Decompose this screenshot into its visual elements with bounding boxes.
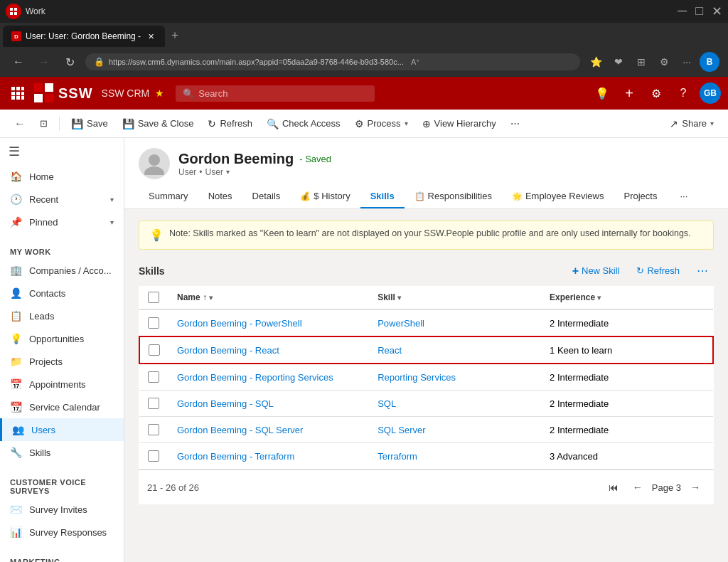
share-button[interactable]: ↗ Share ▾ xyxy=(664,115,719,133)
browser-more-icon[interactable]: ··· xyxy=(677,52,697,72)
sidebar-item-users[interactable]: 👥 Users xyxy=(0,418,124,441)
row-checkbox[interactable] xyxy=(149,344,160,356)
reload-btn[interactable]: ↻ xyxy=(60,52,80,72)
help-icon[interactable]: ? xyxy=(673,83,694,104)
svg-rect-1 xyxy=(14,8,17,11)
tab-notes[interactable]: Notes xyxy=(198,185,242,208)
settings-icon[interactable]: ⚙ xyxy=(646,83,667,104)
favorite-star-icon[interactable]: ★ xyxy=(155,88,164,99)
sidebar-item-survey-invites[interactable]: ✉️ Survey Invites xyxy=(0,498,124,521)
row-skill-link[interactable]: PowerShell xyxy=(378,318,424,329)
collections-icon[interactable]: ❤ xyxy=(609,52,628,72)
tab-more-btn[interactable]: ··· xyxy=(670,185,697,208)
minimize-btn[interactable]: ─ xyxy=(678,4,687,19)
check-access-button[interactable]: 🔍 Check Access xyxy=(261,115,346,133)
search-input[interactable] xyxy=(198,88,368,99)
row-name-link[interactable]: Gordon Beeming - Terraform xyxy=(177,451,294,462)
sidebar-item-contacts[interactable]: 👤 Contacts xyxy=(0,282,124,304)
col-header-skill[interactable]: Skill ▾ xyxy=(369,286,541,309)
col-header-experience[interactable]: Experience ▾ xyxy=(541,286,713,309)
tab-details[interactable]: Details xyxy=(242,185,291,208)
sidebar-toggle-btn[interactable]: ☰ xyxy=(0,138,124,165)
bing-copilot-btn[interactable]: B xyxy=(700,52,719,72)
row-checkbox[interactable] xyxy=(148,450,159,462)
sidebar-item-service-calendar[interactable]: 📆 Service Calendar xyxy=(0,396,124,418)
refresh-button[interactable]: ↻ Refresh xyxy=(202,115,258,133)
col-header-name[interactable]: Name ↑ ▾ xyxy=(168,286,369,309)
process-button[interactable]: ⚙ Process ▾ xyxy=(349,115,414,133)
tab-history[interactable]: 💰 $ History xyxy=(290,185,360,208)
sidebar-item-leads[interactable]: 📋 Leads xyxy=(0,304,124,327)
table-row: Gordon Beeming - Reporting ServicesRepor… xyxy=(139,364,713,391)
new-tab-btn[interactable]: ＋ xyxy=(165,23,185,47)
row-skill-link[interactable]: SQL Server xyxy=(378,425,425,435)
forward-btn[interactable]: → xyxy=(34,52,54,72)
skills-more-button[interactable]: ⋯ xyxy=(691,261,714,280)
user-avatar[interactable]: GB xyxy=(700,83,721,104)
active-tab[interactable]: D User: User: Gordon Beeming - ✕ xyxy=(3,26,165,47)
url-bar[interactable]: 🔒 https://ssw.crm6.dynamics.com/main.asp… xyxy=(85,53,580,70)
tab-summary[interactable]: Summary xyxy=(139,185,198,208)
add-icon[interactable]: + xyxy=(619,83,640,104)
row-checkbox[interactable] xyxy=(148,398,159,409)
record-type-chevron-icon[interactable]: ▾ xyxy=(226,168,230,176)
my-work-title: My work xyxy=(0,239,124,259)
back-btn[interactable]: ← xyxy=(9,52,28,72)
sidebar-item-home[interactable]: 🏠 Home xyxy=(0,165,124,188)
row-name-link[interactable]: Gordon Beeming - SQL Server xyxy=(177,425,303,435)
browser-settings-icon[interactable]: ⚙ xyxy=(654,52,674,72)
tab-projects[interactable]: Projects xyxy=(614,185,667,208)
tab-employee-reviews[interactable]: 🌟 Employee Reviews xyxy=(502,185,614,208)
save-close-button[interactable]: 💾 Save & Close xyxy=(117,115,200,133)
lightbulb-icon[interactable]: 💡 xyxy=(592,83,613,104)
tab-responsibilities[interactable]: 📋 Responsibilities xyxy=(405,185,502,208)
row-skill-link[interactable]: React xyxy=(378,345,402,356)
sidebar-item-opportunities[interactable]: 💡 Opportunities xyxy=(0,327,124,350)
prev-page-btn[interactable]: ← xyxy=(628,477,648,497)
history-icon: 💰 xyxy=(300,191,311,201)
sidebar-item-survey-responses[interactable]: 📊 Survey Responses xyxy=(0,521,124,544)
more-options-button[interactable]: ⋯ xyxy=(505,115,525,132)
next-page-btn[interactable]: → xyxy=(685,477,705,497)
select-all-checkbox[interactable] xyxy=(148,292,159,303)
row-checkbox[interactable] xyxy=(148,371,159,383)
skills-refresh-button[interactable]: ↻ Refresh xyxy=(631,263,685,279)
row-checkbox[interactable] xyxy=(148,317,159,329)
search-bar[interactable]: 🔍 xyxy=(176,85,375,102)
apps-grid-icon[interactable] xyxy=(7,83,28,104)
save-icon: 💾 xyxy=(71,118,83,129)
logo-sq-4 xyxy=(45,94,53,102)
view-hierarchy-button[interactable]: ⊕ View Hierarchy xyxy=(417,115,502,133)
row-name-link[interactable]: Gordon Beeming - Reporting Services xyxy=(177,372,333,383)
split-screen-icon[interactable]: ⊞ xyxy=(631,52,651,72)
sidebar-item-appointments[interactable]: 📅 Appointments xyxy=(0,373,124,396)
tab-close-icon[interactable]: ✕ xyxy=(145,31,156,42)
row-checkbox[interactable] xyxy=(148,424,159,435)
save-button[interactable]: 💾 Save xyxy=(65,115,114,133)
sidebar-item-skills[interactable]: 🔧 Skills xyxy=(0,441,124,464)
close-btn[interactable]: ✕ xyxy=(712,4,722,19)
recent-chevron-icon: ▾ xyxy=(110,196,114,203)
back-nav-btn[interactable]: ← xyxy=(9,114,31,134)
row-name-link[interactable]: Gordon Beeming - PowerShell xyxy=(177,318,302,329)
row-skill-link[interactable]: Reporting Services xyxy=(378,372,456,383)
maximize-btn[interactable]: □ xyxy=(695,4,703,19)
row-name-link[interactable]: Gordon Beeming - React xyxy=(177,345,279,356)
sidebar-companies-label: Companies / Acco... xyxy=(29,265,112,276)
pagination-info: 21 - 26 of 26 xyxy=(147,482,199,493)
tab-skills[interactable]: Skills xyxy=(360,185,405,208)
row-name-link[interactable]: Gordon Beeming - SQL xyxy=(177,398,274,409)
new-skill-button[interactable]: + New Skill xyxy=(567,262,626,280)
expand-btn[interactable]: ⊡ xyxy=(34,115,53,132)
sidebar-item-pinned[interactable]: 📌 Pinned ▾ xyxy=(0,211,124,233)
svg-rect-9 xyxy=(21,92,24,95)
sidebar-item-projects[interactable]: 📁 Projects xyxy=(0,350,124,373)
first-page-btn[interactable]: ⏮ xyxy=(604,477,623,497)
row-skill-link[interactable]: SQL xyxy=(378,398,396,409)
sidebar-survey-responses-label: Survey Responses xyxy=(29,527,107,538)
favorites-icon[interactable]: ⭐ xyxy=(586,52,606,72)
row-skill-link[interactable]: Terraform xyxy=(378,451,417,462)
sidebar-item-recent[interactable]: 🕐 Recent ▾ xyxy=(0,188,124,211)
row-skill-cell: SQL xyxy=(369,391,541,417)
sidebar-item-companies[interactable]: 🏢 Companies / Acco... xyxy=(0,259,124,282)
